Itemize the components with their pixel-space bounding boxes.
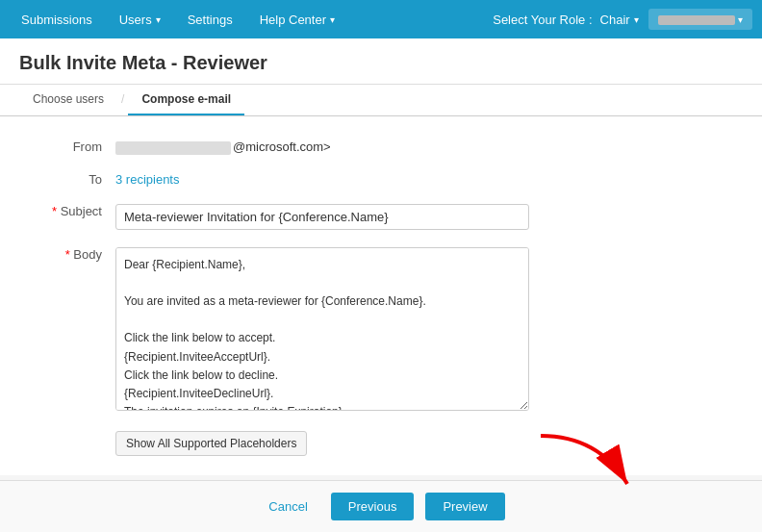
help-caret-icon: ▾ (330, 14, 335, 25)
to-value: 3 recipients (115, 168, 733, 187)
preview-button[interactable]: Preview (425, 493, 504, 520)
subject-value (115, 200, 733, 230)
user-menu[interactable]: ▾ (648, 9, 752, 30)
cancel-button[interactable]: Cancel (257, 494, 318, 519)
user-caret-icon: ▾ (738, 14, 743, 25)
subject-input[interactable] (115, 204, 529, 230)
users-caret-icon: ▾ (156, 14, 161, 25)
footer: Cancel Previous Preview (0, 480, 762, 532)
subject-label: Subject (29, 200, 115, 218)
nav-users[interactable]: Users ▾ (108, 5, 172, 35)
recipients-link[interactable]: 3 recipients (115, 172, 179, 187)
to-row: To 3 recipients (29, 168, 733, 187)
subject-row: Subject (29, 200, 733, 230)
body-wrapper: Dear {Recipient.Name}, You are invited a… (115, 243, 733, 414)
nav-help-center[interactable]: Help Center ▾ (248, 5, 346, 35)
page-title: Bulk Invite Meta - Reviewer (19, 52, 743, 74)
from-email-blurred (115, 141, 231, 155)
body-label: Body (29, 243, 115, 262)
from-row: From @microsoft.com> (29, 136, 733, 155)
from-value: @microsoft.com> (115, 136, 733, 155)
to-label: To (29, 168, 115, 187)
role-selector[interactable]: Chair ▾ (600, 13, 639, 27)
previous-button[interactable]: Previous (331, 493, 415, 520)
nav-settings[interactable]: Settings (176, 5, 244, 35)
from-label: From (29, 136, 115, 154)
tab-choose-users[interactable]: Choose users (19, 85, 117, 115)
navbar: Submissions Users ▾ Settings Help Center… (0, 0, 762, 38)
role-caret-icon: ▾ (634, 14, 639, 25)
body-textarea[interactable]: Dear {Recipient.Name}, You are invited a… (115, 247, 529, 411)
tab-compose-email[interactable]: Compose e-mail (128, 85, 244, 115)
page-header: Bulk Invite Meta - Reviewer (0, 38, 762, 85)
main-content: From @microsoft.com> To 3 recipients Sub… (0, 116, 762, 475)
body-row: Body Dear {Recipient.Name}, You are invi… (29, 243, 733, 414)
nav-submissions[interactable]: Submissions (10, 5, 104, 35)
tabs-bar: Choose users / Compose e-mail (0, 85, 762, 116)
placeholder-button[interactable]: Show All Supported Placeholders (115, 431, 307, 456)
placeholder-row: Show All Supported Placeholders (29, 427, 733, 456)
select-role-label: Select Your Role : (493, 13, 592, 27)
role-value: Chair (600, 13, 630, 27)
tab-divider: / (117, 85, 128, 115)
